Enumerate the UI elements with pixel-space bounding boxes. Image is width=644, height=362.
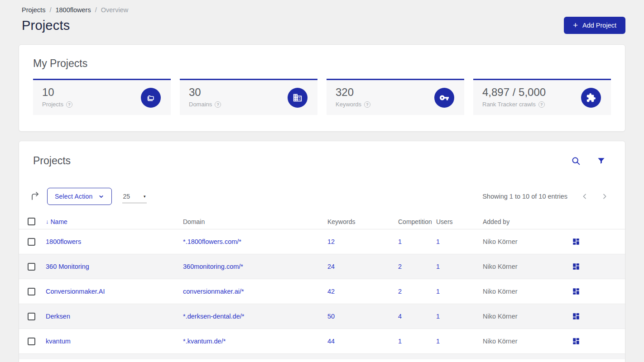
users-count[interactable]: 1 [436,338,483,345]
users-count[interactable]: 1 [436,238,483,245]
keywords-count[interactable]: 24 [327,263,398,270]
my-projects-card: My Projects 10 Projects ? 30 Domains ? [19,44,625,132]
key-icon [434,88,454,108]
column-header-domain[interactable]: Domain [183,218,327,225]
table-body: 1800flowers *.1800flowers.com/* 12 1 1 N… [19,229,625,354]
folders-icon [141,88,161,108]
table-row: 1800flowers *.1800flowers.com/* 12 1 1 N… [19,229,625,254]
users-count[interactable]: 1 [436,263,483,270]
keywords-count[interactable]: 12 [327,238,398,245]
project-dashboard-button[interactable] [572,312,580,320]
competition-count[interactable]: 1 [398,238,436,245]
competition-count[interactable]: 2 [398,288,436,295]
search-icon [571,156,581,166]
column-header-users[interactable]: Users [436,218,483,225]
stat-label: Keywords [336,101,361,108]
row-checkbox[interactable] [28,338,35,345]
previous-page-button[interactable] [578,190,591,203]
table-row: Conversionmaker.AI conversionmaker.ai/* … [19,279,625,304]
added-by-name: Niko Körner [483,288,572,295]
table-row: kvantum *.kvantum.de/* 44 1 1 Niko Körne… [19,329,625,354]
project-dashboard-button[interactable] [572,238,580,246]
project-domain-link[interactable]: *.1800flowers.com/* [183,238,327,245]
stat-label: Projects [42,101,63,108]
table-row-partial [19,354,625,359]
dashboard-icon [572,312,580,320]
filter-button[interactable] [597,157,606,165]
added-by-name: Niko Körner [483,238,572,245]
row-checkbox[interactable] [28,238,35,246]
search-button[interactable] [571,156,581,166]
project-name-link[interactable]: Conversionmaker.AI [46,288,183,295]
dashboard-icon [572,262,580,271]
pagination [578,190,611,203]
projects-table-title: Projects [33,155,71,167]
project-domain-link[interactable]: conversionmaker.ai/* [183,288,327,295]
project-dashboard-button[interactable] [572,287,580,295]
add-project-label: Add Project [582,22,616,29]
table-header-row: ↓ Name Domain Keywords Competition Users… [19,214,625,229]
showing-entries-text: Showing 1 to 10 of 10 entries [482,193,567,200]
stats-row: 10 Projects ? 30 Domains ? [33,79,611,115]
chevron-down-icon [98,194,104,200]
select-action-dropdown[interactable]: Select Action [47,188,112,205]
breadcrumb-projects[interactable]: Projects [22,6,45,14]
building-icon [288,88,308,108]
project-domain-link[interactable]: 360monitoring.com/* [183,263,327,270]
table-row: Derksen *.derksen-dental.de/* 50 4 1 Nik… [19,304,625,329]
add-project-button[interactable]: + Add Project [564,17,625,34]
help-icon[interactable]: ? [364,101,370,108]
competition-count[interactable]: 2 [398,263,436,270]
competition-count[interactable]: 1 [398,338,436,345]
dropdown-triangle-icon: ▾ [144,194,146,199]
project-name-link[interactable]: 360 Monitoring [46,263,183,270]
select-action-label: Select Action [55,193,93,200]
project-domain-link[interactable]: *.kvantum.de/* [183,338,327,345]
page-size-select[interactable]: 25 ▾ [122,190,147,203]
help-icon[interactable]: ? [538,101,545,108]
select-all-checkbox[interactable] [28,218,35,225]
users-count[interactable]: 1 [436,313,483,320]
page-title: Projects [22,18,70,33]
added-by-name: Niko Körner [483,313,572,320]
export-share-button[interactable] [30,191,41,202]
column-header-name[interactable]: ↓ Name [46,218,183,225]
chevron-left-icon [581,193,588,200]
added-by-name: Niko Körner [483,338,572,345]
help-icon[interactable]: ? [215,101,221,108]
users-count[interactable]: 1 [436,288,483,295]
row-checkbox[interactable] [28,288,35,295]
project-dashboard-button[interactable] [572,337,580,345]
competition-count[interactable]: 4 [398,313,436,320]
plus-icon: + [573,21,578,29]
project-name-link[interactable]: kvantum [46,338,183,345]
stat-label: Rank Tracker crawls [482,101,536,108]
column-header-keywords[interactable]: Keywords [327,218,398,225]
dashboard-icon [572,238,580,246]
breadcrumb: Projects / 1800flowers / Overview [0,0,644,14]
project-name-link[interactable]: 1800flowers [46,238,183,245]
dashboard-icon [572,337,580,345]
row-checkbox[interactable] [28,263,35,271]
project-dashboard-button[interactable] [572,262,580,271]
project-name-link[interactable]: Derksen [46,313,183,320]
breadcrumb-overview: Overview [101,6,128,14]
column-header-competition[interactable]: Competition [398,218,436,225]
column-header-added-by[interactable]: Added by [483,218,572,225]
table-row: 360 Monitoring 360monitoring.com/* 24 2 … [19,254,625,279]
next-page-button[interactable] [598,190,611,203]
added-by-name: Niko Körner [483,263,572,270]
keywords-count[interactable]: 50 [327,313,398,320]
share-arrow-icon [30,191,41,202]
keywords-count[interactable]: 42 [327,288,398,295]
sort-descending-icon: ↓ [46,218,49,225]
help-icon[interactable]: ? [66,101,72,108]
project-domain-link[interactable]: *.derksen-dental.de/* [183,313,327,320]
stat-card-rank-tracker: 4,897 / 5,000 Rank Tracker crawls ? [473,79,611,115]
stat-card-domains: 30 Domains ? [180,79,317,115]
row-checkbox[interactable] [28,313,35,320]
breadcrumb-separator: / [49,6,51,14]
stat-card-keywords: 320 Keywords ? [327,79,464,115]
keywords-count[interactable]: 44 [327,338,398,345]
breadcrumb-project-name[interactable]: 1800flowers [55,6,91,14]
